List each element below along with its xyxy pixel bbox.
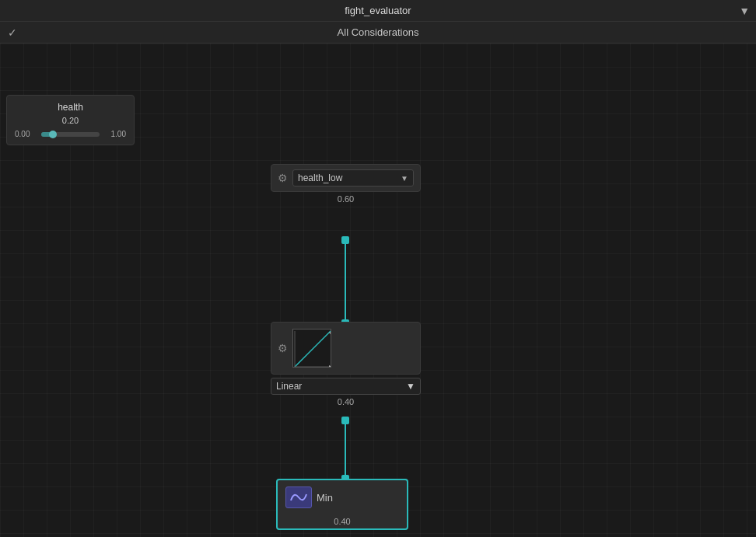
health-low-dropdown[interactable]: health_low ▼ <box>292 169 414 187</box>
health-value: 0.20 <box>15 116 126 125</box>
min-value: 0.40 <box>278 514 407 528</box>
min-node-inner: Min <box>278 480 407 514</box>
subtitle-bar: ✓ All Considerations <box>0 22 756 44</box>
vline-health-low-to-linear <box>345 244 346 322</box>
linear-dropdown-row: Linear ▼ <box>271 378 421 395</box>
linear-curve-icon[interactable] <box>292 329 331 368</box>
subtitle-title: All Considerations <box>23 26 733 38</box>
health-low-gear-icon[interactable]: ⚙ <box>278 172 288 184</box>
connector-health-low-bottom <box>341 236 349 244</box>
health-low-dropdown-label: health_low <box>298 173 342 183</box>
linear-dropdown-label: Linear <box>276 381 302 392</box>
svg-line-0 <box>295 331 331 367</box>
title-bar: fight_evaluator ▼ <box>0 0 756 22</box>
health-low-node: ⚙ health_low ▼ 0.60 <box>271 164 421 206</box>
health-low-dropdown-arrow: ▼ <box>401 174 408 183</box>
health-low-value: 0.60 <box>271 192 421 206</box>
health-label: health <box>15 102 126 113</box>
connector-linear-bottom <box>341 417 349 424</box>
vline-linear-to-min <box>345 424 346 477</box>
linear-gear-icon[interactable]: ⚙ <box>278 342 288 354</box>
health-slider-track[interactable] <box>41 132 100 137</box>
linear-dropdown-arrow: ▼ <box>406 381 415 392</box>
min-label: Min <box>317 492 333 504</box>
linear-node: ⚙ Linear ▼ 0.40 <box>271 322 421 409</box>
health-widget: health 0.20 0.00 1.00 <box>6 95 135 145</box>
health-max-label: 1.00 <box>104 130 126 138</box>
health-slider-thumb[interactable] <box>49 131 57 138</box>
check-icon[interactable]: ✓ <box>8 26 17 39</box>
canvas-area: health 0.20 0.00 1.00 ⚙ health_low ▼ 0.6… <box>0 44 756 537</box>
window-title: fight_evaluator <box>345 5 411 16</box>
health-min-label: 0.00 <box>15 130 37 138</box>
min-wave-icon <box>285 486 312 508</box>
linear-dropdown[interactable]: Linear ▼ <box>271 378 421 395</box>
svg-marker-4 <box>329 365 331 368</box>
health-low-node-inner: ⚙ health_low ▼ <box>271 164 421 192</box>
linear-node-inner: ⚙ <box>271 322 421 375</box>
min-node[interactable]: Min 0.40 <box>276 479 408 530</box>
health-slider-row: 0.00 1.00 <box>15 130 126 138</box>
title-arrow-icon[interactable]: ▼ <box>739 5 750 17</box>
linear-value: 0.40 <box>271 395 421 409</box>
